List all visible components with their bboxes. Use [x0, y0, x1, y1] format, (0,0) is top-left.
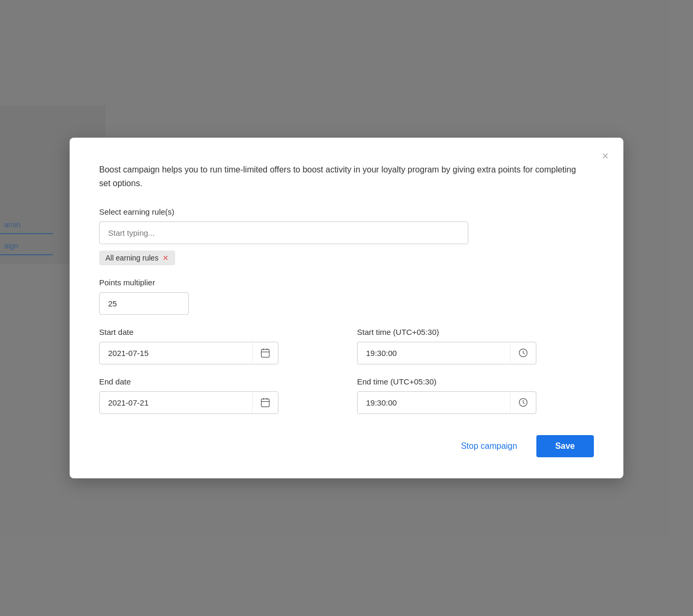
multiplier-label: Points multiplier — [99, 278, 594, 287]
start-time-field — [357, 342, 536, 364]
remove-icon: ✕ — [162, 254, 169, 262]
calendar-icon — [260, 397, 271, 408]
clock-icon — [518, 397, 528, 408]
start-date-field — [99, 342, 278, 364]
end-date-input[interactable] — [100, 392, 252, 413]
start-time-group: Start time (UTC+05:30) — [357, 328, 594, 364]
calendar-icon — [260, 348, 271, 358]
end-time-label: End time (UTC+05:30) — [357, 377, 594, 386]
earning-rule-input[interactable] — [99, 222, 468, 244]
end-date-label: End date — [99, 377, 336, 386]
earning-rule-section: Select earning rule(s) All earning rules… — [99, 207, 594, 265]
multiplier-section: Points multiplier — [99, 278, 594, 315]
end-date-group: End date — [99, 377, 336, 414]
start-date-group: Start date — [99, 328, 336, 364]
earning-rule-label: Select earning rule(s) — [99, 207, 594, 216]
start-time-label: Start time (UTC+05:30) — [357, 328, 594, 336]
svg-rect-5 — [262, 399, 270, 407]
modal-backdrop: × Boost campaign helps you to run time-l… — [0, 0, 693, 616]
end-time-clock-button[interactable] — [510, 392, 536, 413]
close-button[interactable]: × — [600, 148, 611, 164]
modal-footer: Stop campaign Save — [99, 435, 594, 457]
save-button[interactable]: Save — [536, 435, 594, 457]
all-earning-rules-tag: All earning rules ✕ — [99, 251, 175, 265]
end-date-calendar-button[interactable] — [252, 392, 278, 413]
tag-container: All earning rules ✕ — [99, 251, 594, 265]
start-date-input[interactable] — [100, 342, 252, 364]
start-time-clock-button[interactable] — [510, 342, 536, 363]
end-datetime-row: End date End time (UTC+05:30) — [99, 377, 594, 414]
end-time-group: End time (UTC+05:30) — [357, 377, 594, 414]
start-date-label: Start date — [99, 328, 336, 336]
start-date-calendar-button[interactable] — [252, 342, 278, 363]
start-datetime-row: Start date Start time (UTC+05:30) — [99, 328, 594, 364]
end-time-field — [357, 391, 536, 414]
modal-description: Boost campaign helps you to run time-lim… — [99, 163, 584, 190]
end-time-input[interactable] — [358, 392, 510, 413]
tag-text: All earning rules — [105, 254, 158, 262]
tag-remove-button[interactable]: ✕ — [162, 254, 169, 262]
stop-campaign-button[interactable]: Stop campaign — [455, 437, 524, 455]
clock-icon — [518, 348, 528, 358]
svg-rect-0 — [262, 349, 270, 357]
start-time-input[interactable] — [358, 342, 510, 364]
end-date-field — [99, 391, 278, 414]
multiplier-input[interactable] — [99, 292, 189, 315]
modal-dialog: × Boost campaign helps you to run time-l… — [70, 138, 623, 478]
